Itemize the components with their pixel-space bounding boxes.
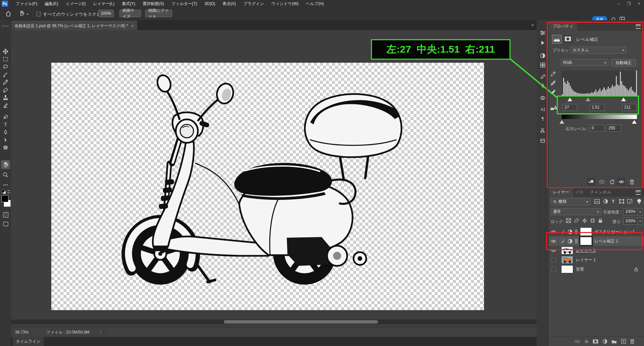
layer-name[interactable]: レイヤー 1 (576, 257, 596, 263)
layers-panel-menu-icon[interactable] (636, 190, 641, 195)
menu-filter[interactable]: フィルター(T) (168, 0, 201, 7)
quick-mask-icon[interactable] (1, 211, 10, 219)
document-tab[interactable]: 名称未設定 1.psd @ 36.7% (レベル補正 1, レイヤーマスク/8)… (11, 21, 137, 31)
path-select-tool[interactable] (1, 136, 10, 143)
new-layer-icon[interactable] (620, 338, 627, 345)
hand-tool-options-icon[interactable] (19, 10, 25, 17)
tab-paths[interactable]: パス (572, 187, 588, 197)
hand-tool-chevron-icon[interactable]: ▾ (27, 12, 29, 16)
dock-character-icon[interactable]: A (539, 106, 546, 113)
menu-layer[interactable]: レイヤー(L) (90, 0, 118, 7)
menu-plugins[interactable]: プラグイン (240, 0, 268, 7)
dock-libraries-icon[interactable] (539, 137, 546, 144)
layer-row-background[interactable]: 背景 (549, 265, 644, 274)
fill-chevron-icon[interactable]: ▾ (638, 218, 643, 225)
toolbar-grip[interactable] (2, 25, 9, 27)
link-layers-icon[interactable] (574, 338, 581, 345)
layer-row-layer1[interactable]: レイヤー 1 (549, 255, 644, 265)
fill-value[interactable]: 100% (623, 218, 638, 225)
home-icon[interactable] (5, 11, 11, 18)
document-canvas[interactable] (51, 63, 484, 310)
lock-all-icon[interactable] (598, 218, 602, 223)
menu-file[interactable]: ファイル(F) (12, 0, 41, 7)
opacity-chevron-icon[interactable]: ▾ (638, 208, 643, 215)
lock-transparency-icon[interactable] (566, 218, 571, 223)
background-lock-icon[interactable] (634, 267, 638, 272)
filter-type-layers-icon[interactable]: T (612, 199, 615, 204)
filter-smart-objects-icon[interactable] (627, 199, 632, 205)
zoom-level[interactable]: 36.73% (15, 330, 29, 335)
menu-view[interactable]: 表示(V) (219, 0, 240, 7)
marquee-tool[interactable] (1, 55, 10, 63)
layer-style-fx-icon[interactable]: fx (583, 338, 590, 345)
dock-adjustments-icon[interactable] (539, 52, 546, 59)
menu-window[interactable]: ウィンドウ(W) (268, 0, 302, 7)
new-group-folder-icon[interactable] (610, 338, 618, 345)
eyedropper-tool[interactable] (1, 78, 10, 86)
layer-name[interactable]: 背景 (576, 267, 584, 272)
filter-shape-layers-icon[interactable] (619, 199, 624, 205)
dock-properties-icon[interactable] (539, 30, 546, 36)
horizontal-scrollbar[interactable] (11, 320, 537, 324)
dock-actions-icon[interactable] (539, 40, 546, 46)
scroll-all-windows-checkbox[interactable] (36, 12, 41, 16)
lock-artboard-icon[interactable] (590, 218, 595, 223)
menu-3d[interactable]: 3D(D) (201, 0, 219, 7)
menu-select[interactable]: 選択範囲(S) (139, 0, 168, 7)
visibility-toggle-off[interactable] (549, 255, 558, 265)
opacity-value[interactable]: 100% (623, 208, 638, 215)
menu-image[interactable]: イメージ(I) (62, 0, 89, 7)
filter-adjustment-layers-icon[interactable] (603, 199, 608, 205)
layer-thumbnail[interactable] (561, 265, 573, 273)
status-chevron-left-icon[interactable]: 〈 (108, 330, 112, 335)
hand-tool[interactable] (1, 160, 10, 169)
dock-pencil-icon[interactable] (539, 73, 546, 80)
brush-tool[interactable] (1, 86, 10, 94)
dock-paragraph-icon[interactable]: ¶ (539, 115, 546, 122)
zoom-100-button[interactable]: 100% (98, 10, 114, 17)
horizontal-scrollbar-thumb[interactable] (224, 320, 378, 324)
status-chevron-right-icon[interactable]: 〉 (100, 330, 104, 335)
filter-toggle-pin[interactable] (637, 199, 642, 205)
lock-position-icon[interactable] (582, 218, 587, 223)
visibility-toggle-off[interactable] (549, 265, 558, 274)
eraser-tool[interactable] (1, 102, 10, 109)
default-colors-icon[interactable] (1, 189, 6, 195)
add-mask-icon[interactable] (592, 338, 599, 345)
type-tool[interactable]: T (1, 121, 10, 128)
lock-pixels-icon[interactable] (574, 218, 579, 223)
move-tool[interactable] (1, 48, 10, 55)
minimize-button[interactable]: – (614, 0, 624, 7)
layer-thumbnail[interactable] (561, 256, 573, 264)
gradient-tool[interactable] (1, 113, 10, 120)
layer-filter-dropdown[interactable]: 種類▾ (551, 198, 590, 205)
dock-scissors-icon[interactable] (539, 127, 546, 133)
shape-tool[interactable] (1, 144, 10, 151)
tab-layers[interactable]: レイヤー (549, 187, 573, 197)
collapse-panels-icon[interactable]: » (531, 22, 534, 27)
dock-pen-icon[interactable] (539, 82, 546, 89)
filter-pixel-layers-icon[interactable] (594, 199, 600, 205)
swap-colors-icon[interactable] (7, 189, 11, 194)
quick-selection-tool[interactable] (1, 71, 10, 78)
close-button[interactable]: × (634, 0, 644, 7)
dock-channels-icon[interactable] (539, 62, 546, 68)
menu-help[interactable]: ヘルプ(H) (302, 0, 328, 7)
fit-screen-button[interactable]: 画面にフィット (145, 10, 172, 17)
zoom-tool[interactable] (1, 171, 10, 178)
screen-mode-icon[interactable] (1, 220, 10, 228)
menu-type[interactable]: 書式(Y) (118, 0, 139, 7)
tab-timeline[interactable]: タイムライン (13, 337, 44, 346)
tab-channels[interactable]: チャンネル (586, 187, 615, 197)
menu-edit[interactable]: 編集(E) (41, 0, 62, 7)
pen-tool[interactable] (1, 128, 10, 136)
blend-mode-dropdown[interactable]: 通常▾ (551, 208, 601, 215)
new-adjustment-layer-icon[interactable] (601, 338, 608, 345)
dock-clone-source-icon[interactable] (539, 95, 546, 101)
foreground-color-swatch[interactable] (1, 195, 8, 202)
actual-size-button[interactable]: 画面サイズ (119, 10, 141, 17)
restore-button[interactable]: ❐ (624, 0, 634, 7)
delete-layer-trash-icon[interactable] (629, 338, 636, 345)
clone-stamp-tool[interactable] (1, 94, 10, 101)
document-tab-close-icon[interactable]: × (131, 23, 134, 28)
